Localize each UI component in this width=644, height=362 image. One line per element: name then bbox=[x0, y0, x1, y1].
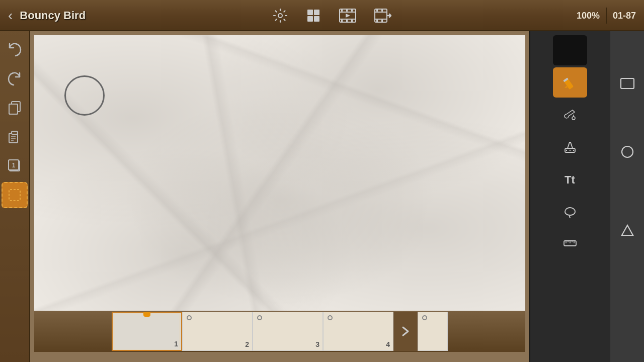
undo-tool[interactable] bbox=[2, 36, 28, 62]
copy-tool[interactable] bbox=[2, 95, 28, 121]
svg-rect-20 bbox=[376, 20, 378, 22]
svg-point-0 bbox=[278, 14, 282, 18]
color-swatch-tool[interactable] bbox=[553, 35, 587, 65]
circle-stroke bbox=[64, 75, 105, 116]
paste-tool[interactable] bbox=[2, 124, 28, 150]
fill-tool[interactable] bbox=[553, 100, 587, 130]
frame-2-dot bbox=[187, 315, 192, 320]
svg-rect-17 bbox=[375, 19, 387, 20]
svg-rect-16 bbox=[375, 12, 387, 13]
circle-shape-tool[interactable] bbox=[614, 139, 640, 165]
svg-rect-3 bbox=[307, 16, 313, 22]
svg-point-39 bbox=[572, 117, 575, 120]
eraser-dots-tool[interactable] bbox=[553, 132, 587, 162]
svg-rect-6 bbox=[340, 12, 356, 13]
svg-rect-13 bbox=[351, 20, 353, 22]
svg-point-41 bbox=[566, 150, 567, 151]
svg-marker-14 bbox=[346, 14, 350, 18]
svg-rect-7 bbox=[340, 19, 356, 20]
settings-icon[interactable] bbox=[273, 8, 288, 23]
frame-3-number: 3 bbox=[315, 340, 319, 348]
frame-2-number: 2 bbox=[245, 340, 249, 348]
svg-rect-12 bbox=[346, 20, 348, 22]
film-frame-4[interactable]: 4 bbox=[323, 312, 393, 351]
project-title: Bouncy Bird bbox=[20, 9, 86, 22]
top-divider bbox=[606, 8, 607, 24]
svg-rect-35 bbox=[12, 192, 18, 198]
svg-rect-9 bbox=[346, 9, 348, 12]
svg-text:Tt: Tt bbox=[565, 173, 575, 186]
svg-rect-2 bbox=[314, 10, 319, 15]
lasso-tool[interactable] bbox=[553, 196, 587, 226]
film-frames-container: 1 2 3 4 bbox=[112, 312, 448, 351]
frame-1-content bbox=[115, 314, 179, 349]
zoom-level: 100% bbox=[577, 11, 600, 21]
frame-3-dot bbox=[257, 315, 262, 320]
main-content: 1 1 bbox=[0, 31, 644, 362]
svg-point-52 bbox=[622, 146, 633, 157]
svg-rect-21 bbox=[381, 20, 383, 22]
film-frame-2[interactable]: 2 bbox=[182, 312, 253, 351]
svg-text:1: 1 bbox=[12, 162, 16, 169]
page-range: 01-87 bbox=[613, 11, 636, 21]
top-bar: ‹ Bouncy Bird bbox=[0, 0, 644, 31]
svg-point-43 bbox=[573, 150, 574, 151]
drawing-canvas[interactable] bbox=[34, 35, 525, 311]
film-frame-1[interactable]: 1 bbox=[112, 312, 182, 351]
film-frame-3[interactable]: 3 bbox=[253, 312, 323, 351]
pencil-tool[interactable] bbox=[553, 67, 587, 98]
frame-select-tool[interactable] bbox=[2, 182, 28, 208]
svg-rect-23 bbox=[9, 104, 18, 114]
svg-rect-1 bbox=[307, 10, 313, 15]
rect-shape-tool[interactable] bbox=[614, 70, 640, 97]
svg-rect-11 bbox=[341, 20, 343, 22]
frame-5-dot bbox=[422, 315, 427, 320]
svg-rect-26 bbox=[12, 131, 18, 134]
frame-1-number: 1 bbox=[174, 340, 178, 348]
canvas-area: 1 2 3 4 bbox=[30, 31, 529, 362]
svg-point-42 bbox=[570, 150, 571, 151]
right-panel: Tt bbox=[529, 31, 644, 362]
frame-4-dot bbox=[328, 315, 333, 320]
right-toolbar: Tt bbox=[529, 31, 610, 362]
redo-tool[interactable] bbox=[2, 65, 28, 92]
canvas-texture bbox=[34, 35, 525, 311]
frame-4-number: 4 bbox=[386, 340, 390, 348]
svg-marker-37 bbox=[565, 86, 568, 88]
svg-rect-8 bbox=[341, 9, 343, 12]
export-icon[interactable] bbox=[374, 9, 391, 23]
text-tool[interactable]: Tt bbox=[553, 164, 587, 194]
film-frame-5-partial[interactable] bbox=[418, 312, 448, 351]
left-toolbar: 1 bbox=[0, 31, 30, 362]
svg-rect-51 bbox=[621, 78, 634, 88]
svg-marker-53 bbox=[622, 225, 633, 235]
svg-rect-18 bbox=[376, 9, 378, 12]
layer-tool[interactable]: 1 bbox=[2, 153, 28, 179]
top-left-area: ‹ Bouncy Bird bbox=[0, 6, 121, 26]
film-play-icon[interactable] bbox=[339, 9, 356, 23]
svg-rect-4 bbox=[314, 16, 319, 22]
right-shapes-toolbar bbox=[610, 31, 644, 362]
back-button[interactable]: ‹ bbox=[4, 6, 17, 26]
frame-indicator bbox=[143, 312, 150, 317]
triangle-shape-tool[interactable] bbox=[614, 217, 640, 243]
ruler-tool[interactable] bbox=[553, 228, 587, 258]
top-right-info: 100% 01-87 bbox=[543, 8, 644, 24]
filmstrip: 1 2 3 4 bbox=[34, 311, 525, 352]
grid-view-icon[interactable] bbox=[306, 8, 321, 23]
top-center-tools bbox=[121, 8, 543, 23]
filmstrip-next-button[interactable] bbox=[393, 312, 418, 351]
svg-rect-10 bbox=[351, 9, 353, 12]
svg-rect-19 bbox=[381, 9, 383, 12]
